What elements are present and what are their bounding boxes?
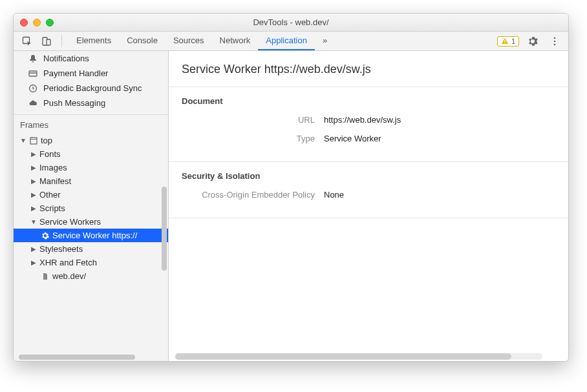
inspect-element-icon[interactable]	[19, 33, 36, 50]
tree-label: Scripts	[39, 203, 65, 213]
disclosure-right-icon: ▶	[30, 164, 37, 171]
document-header: Document	[182, 96, 555, 106]
svg-rect-4	[504, 43, 505, 43]
svg-point-7	[554, 43, 556, 45]
cloud-icon	[28, 99, 38, 108]
url-value: https://web.dev/sw.js	[324, 115, 401, 125]
type-label: Type	[182, 134, 324, 143]
disclosure-right-icon: ▶	[30, 245, 37, 253]
kv-type: Type Service Worker	[182, 134, 555, 143]
sidebar-item-payment-handler[interactable]: Payment Handler	[14, 66, 168, 81]
sidebar-label: Payment Handler	[43, 68, 108, 78]
svg-rect-8	[29, 71, 37, 76]
svg-rect-11	[30, 138, 37, 144]
tree-label: Manifest	[39, 176, 71, 186]
warnings-badge[interactable]: 1	[497, 36, 519, 46]
disclosure-right-icon: ▶	[30, 150, 37, 158]
more-menu-icon[interactable]	[546, 33, 563, 50]
disclosure-right-icon: ▶	[30, 205, 37, 212]
document-icon	[41, 273, 50, 280]
devtools-window: DevTools - web.dev/ Elements Console Sou…	[13, 13, 569, 362]
devtools-toolbar: Elements Console Sources Network Applica…	[14, 32, 568, 51]
zoom-window-button[interactable]	[46, 19, 54, 26]
sidebar-horizontal-scrollbar[interactable]	[14, 353, 168, 361]
main-title: Service Worker https://web.dev/sw.js	[169, 51, 568, 87]
disclosure-down-icon: ▼	[30, 218, 37, 225]
security-header: Security & Isolation	[182, 171, 555, 181]
coep-label: Cross-Origin Embedder Policy	[182, 190, 324, 200]
security-block: Security & Isolation Cross-Origin Embedd…	[169, 162, 568, 218]
disclosure-right-icon: ▶	[30, 191, 37, 198]
settings-icon[interactable]	[524, 33, 541, 50]
application-sidebar: Notifications Payment Handler Periodic B…	[14, 51, 169, 361]
panel-tabs: Elements Console Sources Network Applica…	[69, 32, 335, 50]
device-toolbar-icon[interactable]	[38, 33, 55, 50]
disclosure-right-icon: ▶	[30, 259, 37, 266]
frame-icon	[29, 137, 38, 145]
sidebar-label: Periodic Background Sync	[43, 83, 142, 93]
tab-overflow[interactable]: »	[315, 32, 335, 50]
tab-elements[interactable]: Elements	[69, 32, 119, 50]
tab-sources[interactable]: Sources	[165, 32, 212, 50]
traffic-lights	[20, 19, 54, 26]
bell-icon	[28, 54, 38, 63]
tree-row-fonts[interactable]: ▶ Fonts	[14, 147, 168, 161]
document-block: Document URL https://web.dev/sw.js Type …	[169, 87, 568, 162]
main-panel: Service Worker https://web.dev/sw.js Doc…	[169, 51, 568, 361]
tree-row-service-workers[interactable]: ▼ Service Workers	[14, 215, 168, 229]
kv-coep: Cross-Origin Embedder Policy None	[182, 190, 555, 200]
svg-rect-3	[504, 40, 505, 42]
toolbar-divider	[61, 36, 62, 47]
tree-row-other[interactable]: ▶ Other	[14, 188, 168, 201]
clock-icon	[28, 84, 38, 93]
tree-label: Other	[39, 190, 61, 200]
sidebar-item-push-messaging[interactable]: Push Messaging	[14, 96, 168, 110]
tree-label: Images	[39, 163, 67, 172]
tree-label: Service Workers	[39, 217, 101, 227]
window-title: DevTools - web.dev/	[14, 17, 568, 27]
tree-label: Service Worker https://	[52, 231, 137, 240]
tree-row-webdev[interactable]: web.dev/	[14, 269, 168, 283]
tree-row-images[interactable]: ▶ Images	[14, 161, 168, 174]
tree-label: top	[41, 136, 52, 145]
sidebar-item-periodic-sync[interactable]: Periodic Background Sync	[14, 81, 168, 96]
coep-value: None	[324, 190, 344, 200]
svg-rect-2	[47, 39, 50, 45]
tree-row-top[interactable]: ▼ top	[14, 134, 168, 147]
sidebar-label: Push Messaging	[43, 98, 105, 108]
tree-row-manifest[interactable]: ▶ Manifest	[14, 174, 168, 188]
main-horizontal-scrollbar[interactable]	[169, 352, 568, 361]
url-label: URL	[182, 115, 324, 125]
tree-label: Stylesheets	[39, 244, 83, 254]
tab-application[interactable]: Application	[258, 32, 315, 50]
warnings-count: 1	[511, 37, 515, 45]
content-area: Notifications Payment Handler Periodic B…	[14, 51, 568, 361]
tree-label: XHR and Fetch	[39, 258, 97, 267]
sidebar-item-notifications[interactable]: Notifications	[14, 51, 168, 66]
tree-label: web.dev/	[52, 271, 86, 281]
tree-row-service-worker-leaf[interactable]: Service Worker https://	[14, 229, 168, 242]
toolbar-right: 1	[497, 33, 563, 50]
sidebar-label: Notifications	[43, 54, 89, 63]
credit-card-icon	[28, 69, 38, 78]
sidebar-vertical-scrollbar[interactable]	[162, 187, 167, 271]
tree-row-xhr-fetch[interactable]: ▶ XHR and Fetch	[14, 256, 168, 269]
tree-row-scripts[interactable]: ▶ Scripts	[14, 201, 168, 215]
kv-url: URL https://web.dev/sw.js	[182, 115, 555, 125]
tree-label: Fonts	[39, 149, 61, 159]
tree-row-stylesheets[interactable]: ▶ Stylesheets	[14, 242, 168, 256]
svg-point-5	[554, 37, 556, 39]
close-window-button[interactable]	[20, 19, 28, 26]
tab-network[interactable]: Network	[212, 32, 259, 50]
tab-console[interactable]: Console	[119, 32, 165, 50]
svg-point-6	[554, 40, 556, 42]
type-value: Service Worker	[324, 134, 381, 143]
disclosure-right-icon: ▶	[30, 178, 37, 185]
minimize-window-button[interactable]	[33, 19, 41, 26]
gear-icon	[41, 232, 50, 240]
window-titlebar: DevTools - web.dev/	[14, 14, 568, 32]
disclosure-down-icon: ▼	[20, 137, 27, 144]
frames-section-header: Frames	[14, 114, 168, 134]
